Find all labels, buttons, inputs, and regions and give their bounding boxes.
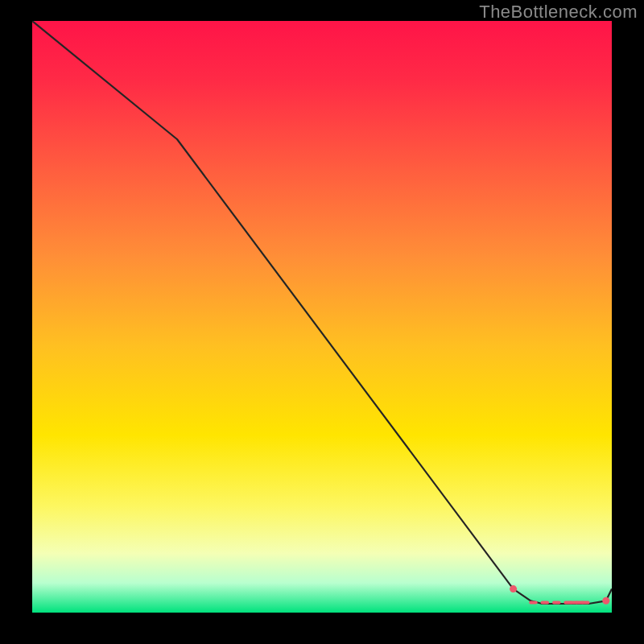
attribution-label: TheBottleneck.com bbox=[479, 2, 638, 23]
plot-area bbox=[32, 21, 612, 613]
chart-frame: TheBottleneck.com bbox=[0, 0, 644, 644]
chart-svg bbox=[32, 21, 612, 613]
gradient-bg bbox=[32, 21, 612, 613]
range-end-marker bbox=[602, 597, 609, 605]
range-start-marker bbox=[510, 585, 517, 592]
